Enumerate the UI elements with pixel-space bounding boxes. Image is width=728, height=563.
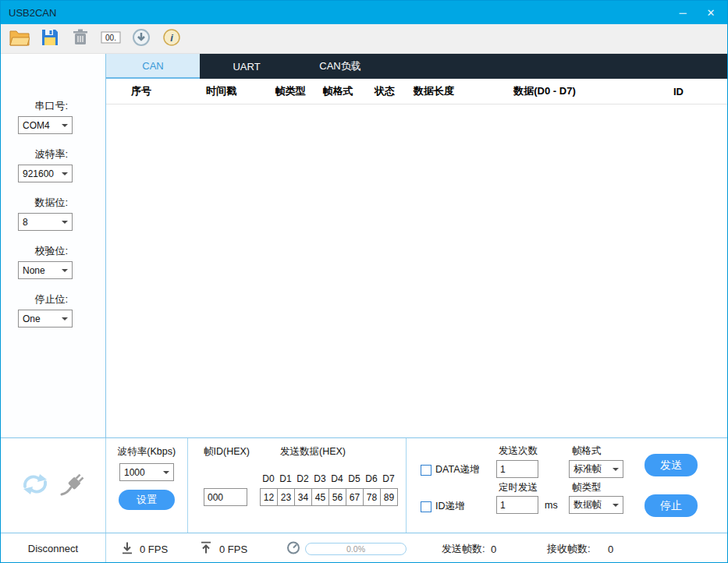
usb2can-window: USB2CAN ─ ✕ 00. i 串口号: COM4 — [0, 0, 728, 563]
baud-rate-field: 波特率: 921600 — [1, 147, 105, 182]
send-count-input[interactable] — [496, 460, 538, 478]
refresh-icon[interactable] — [20, 472, 50, 500]
main-area: 串口号: COM4 波特率: 921600 数据位: 8 校验位: None 停… — [1, 54, 727, 437]
set-baud-button[interactable]: 设置 — [119, 490, 175, 510]
send-button[interactable]: 发送 — [645, 454, 698, 476]
byte-input-d0[interactable] — [260, 488, 278, 506]
frame-type-label: 帧类型 — [572, 481, 602, 494]
byte-input-d3[interactable] — [311, 488, 329, 506]
about-button[interactable]: i — [159, 27, 184, 51]
frame-format-value: 标准帧 — [574, 462, 602, 476]
load-gauge-icon — [286, 540, 300, 557]
save-icon — [41, 28, 59, 50]
bus-load-progress: 0.0% — [305, 543, 407, 555]
frame-id-input[interactable] — [204, 488, 247, 506]
tab-can-load[interactable]: CAN负载 — [293, 54, 387, 79]
byte-labels: D0D1D2D3D4D5D6D7 — [260, 471, 397, 485]
connection-status: Disconnect — [1, 533, 106, 563]
connection-controls — [1, 438, 106, 533]
col-header-timestamp: 时间戳 — [176, 84, 266, 98]
parity-field: 校验位: None — [1, 244, 105, 279]
byte-input-d6[interactable] — [363, 488, 381, 506]
parity-label: 校验位: — [1, 244, 68, 258]
can-baud-select[interactable]: 1000 — [119, 463, 174, 481]
col-header-format: 帧格式 — [314, 84, 361, 98]
col-header-id: ID — [630, 86, 727, 97]
tab-uart[interactable]: UART — [200, 54, 293, 79]
byte-label-d4: D4 — [328, 473, 346, 484]
bottom-panel: 波特率(Kbps) 1000 设置 帧ID(HEX) 发送数据(HEX) D0D… — [1, 437, 727, 533]
serial-port-field: 串口号: COM4 — [1, 99, 105, 134]
byte-input-d7[interactable] — [380, 488, 398, 506]
rx-fps-icon — [122, 541, 133, 556]
serial-port-value: COM4 — [23, 120, 50, 131]
save-button[interactable] — [37, 27, 62, 51]
frame-type-value: 数据帧 — [574, 498, 602, 512]
timed-send-unit: ms — [545, 500, 558, 511]
frame-table-body[interactable] — [106, 104, 727, 437]
frame-table-header: 序号 时间戳 帧类型 帧格式 状态 数据长度 数据(D0 - D7) ID — [106, 79, 727, 104]
timed-send-input[interactable] — [496, 496, 538, 514]
baud-rate-label: 波特率: — [1, 147, 68, 161]
send-data-label: 发送数据(HEX) — [250, 445, 375, 459]
frame-type-select[interactable]: 数据帧 — [569, 496, 623, 514]
minimize-button[interactable]: ─ — [669, 1, 696, 24]
tx-fps-value: 0 FPS — [219, 543, 247, 554]
byte-input-d2[interactable] — [294, 488, 312, 506]
byte-label-d6: D6 — [363, 473, 380, 484]
byte-input-d4[interactable] — [328, 488, 346, 506]
data-bits-select[interactable]: 8 — [18, 213, 73, 231]
toolbar: 00. i — [1, 24, 727, 54]
data-increment-row: DATA递增 — [421, 463, 479, 476]
byte-label-d5: D5 — [346, 473, 363, 484]
col-header-seq: 序号 — [106, 84, 176, 98]
send-options-section: 发送次数 帧格式 DATA递增 标准帧 发送 定时发送 帧类型 ID递增 ms … — [407, 438, 727, 533]
stop-button[interactable]: 停止 — [645, 494, 698, 517]
byte-inputs — [260, 488, 398, 506]
sent-frames-label: 发送帧数: — [442, 542, 485, 556]
byte-input-d1[interactable] — [277, 488, 295, 506]
title-bar: USB2CAN ─ ✕ — [1, 1, 727, 24]
tx-fps-icon — [201, 541, 211, 556]
content-area: CAN UART CAN负载 序号 时间戳 帧类型 帧格式 状态 数据长度 数据… — [106, 54, 727, 437]
data-increment-label: DATA递增 — [435, 463, 479, 476]
tab-can[interactable]: CAN — [106, 54, 200, 79]
plug-icon[interactable] — [59, 472, 86, 500]
counter-display-button[interactable]: 00. — [98, 27, 123, 51]
stop-bits-label: 停止位: — [1, 292, 68, 306]
serial-port-label: 串口号: — [1, 99, 68, 113]
send-data-section: 帧ID(HEX) 发送数据(HEX) D0D1D2D3D4D5D6D7 — [188, 438, 407, 533]
bus-load-value: 0.0% — [346, 544, 365, 554]
open-folder-icon — [9, 29, 30, 49]
can-baud-label: 波特率(Kbps) — [106, 445, 187, 459]
close-button[interactable]: ✕ — [698, 1, 724, 24]
id-increment-label: ID递增 — [435, 500, 465, 513]
rx-fps-value: 0 FPS — [140, 543, 168, 554]
serial-port-select[interactable]: COM4 — [18, 116, 73, 134]
clear-button[interactable] — [68, 27, 93, 51]
stop-bits-value: One — [23, 313, 41, 324]
send-count-label: 发送次数 — [499, 444, 538, 458]
download-circle-icon — [132, 28, 151, 50]
byte-label-d1: D1 — [277, 473, 294, 484]
col-header-status: 状态 — [361, 84, 408, 98]
parity-select[interactable]: None — [18, 261, 73, 279]
baud-rate-select[interactable]: 921600 — [18, 165, 73, 182]
parity-value: None — [23, 265, 45, 276]
download-button[interactable] — [129, 27, 154, 51]
frame-format-select[interactable]: 标准帧 — [569, 460, 623, 478]
stop-bits-field: 停止位: One — [1, 292, 105, 328]
tab-bar: CAN UART CAN负载 — [106, 54, 727, 79]
data-increment-checkbox[interactable] — [421, 465, 431, 476]
counter-display-icon: 00. — [101, 30, 121, 48]
can-baud-value: 1000 — [124, 467, 145, 478]
baud-rate-value: 921600 — [23, 168, 54, 179]
open-file-button[interactable] — [7, 27, 32, 51]
stop-bits-select[interactable]: One — [18, 310, 73, 328]
svg-text:00.: 00. — [105, 34, 116, 42]
byte-input-d5[interactable] — [346, 488, 364, 506]
serial-settings-sidebar: 串口号: COM4 波特率: 921600 数据位: 8 校验位: None 停… — [1, 54, 106, 437]
info-icon: i — [162, 28, 181, 50]
window-title: USB2CAN — [9, 7, 56, 19]
id-increment-checkbox[interactable] — [421, 501, 431, 512]
